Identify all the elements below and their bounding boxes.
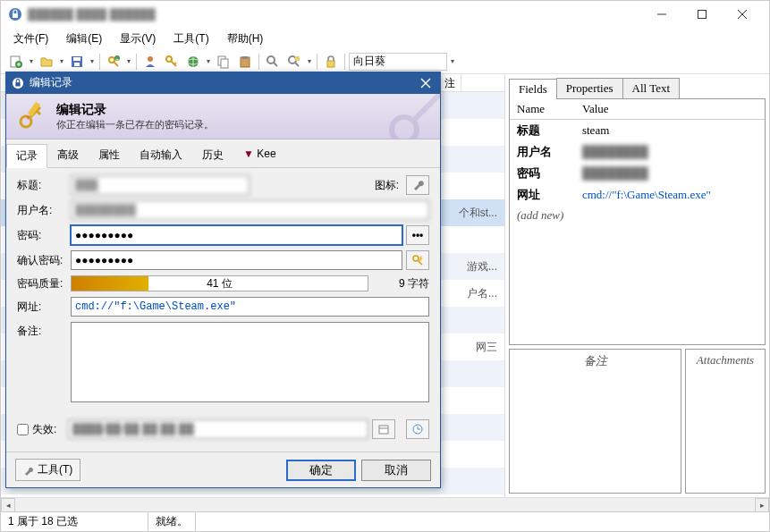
field-title-label[interactable]: 标题 — [510, 120, 575, 142]
show-password-button[interactable]: ••• — [406, 225, 429, 245]
tb-paste-icon[interactable] — [235, 52, 255, 72]
svg-line-40 — [37, 111, 40, 114]
tb-user-icon[interactable] — [140, 52, 160, 72]
dropdown-icon[interactable]: ▾ — [58, 52, 65, 72]
tab-record[interactable]: 记录 — [6, 144, 47, 168]
password-input[interactable] — [71, 225, 402, 245]
tab-kee[interactable]: ▼ Kee — [233, 143, 286, 167]
dots-icon: ••• — [412, 229, 424, 241]
cancel-button[interactable]: 取消 — [361, 460, 431, 481]
pencil-key-icon — [15, 100, 47, 132]
tab-fields[interactable]: Fields — [509, 79, 557, 99]
tb-key-add-icon[interactable]: + — [104, 52, 123, 72]
tb-globe-icon[interactable] — [183, 52, 203, 72]
dropdown-icon[interactable]: ▾ — [205, 52, 212, 72]
dropdown-icon[interactable]: ▾ — [89, 52, 96, 72]
tab-advanced[interactable]: 高级 — [47, 143, 89, 167]
field-url-label[interactable]: 网址 — [510, 184, 575, 206]
tb-new-icon[interactable] — [6, 52, 26, 72]
dropdown-icon[interactable]: ▾ — [28, 52, 35, 72]
expire-date-input[interactable] — [68, 419, 368, 439]
field-user-value[interactable]: ████████ — [575, 141, 765, 163]
status-selection: 1 属于 18 已选 — [1, 512, 148, 531]
clock-icon — [412, 424, 423, 435]
icon-picker-button[interactable] — [406, 175, 429, 195]
svg-rect-25 — [221, 59, 228, 68]
notes-panel[interactable]: 备注 — [509, 349, 681, 494]
label-expire[interactable]: 失效: — [32, 422, 68, 437]
title-input[interactable] — [71, 175, 250, 195]
tb-find-icon[interactable] — [263, 52, 283, 72]
svg-rect-12 — [74, 63, 80, 66]
svg-rect-11 — [73, 57, 80, 61]
svg-point-28 — [267, 56, 275, 63]
expire-checkbox[interactable] — [17, 424, 29, 435]
dialog-tabs: 记录 高级 属性 自动输入 历史 ▼ Kee — [6, 139, 440, 168]
notes-textarea[interactable] — [71, 322, 429, 402]
close-button[interactable] — [722, 2, 762, 27]
field-add-new[interactable]: (add new) — [510, 206, 765, 225]
toolbar-search-input[interactable] — [349, 53, 447, 71]
svg-point-43 — [392, 117, 417, 140]
tb-key-icon[interactable] — [162, 52, 182, 72]
svg-rect-35 — [15, 82, 20, 86]
expire-calendar-button[interactable] — [372, 419, 395, 439]
minimize-button[interactable] — [641, 2, 681, 27]
tb-save-icon[interactable] — [67, 52, 87, 72]
tb-open-icon[interactable] — [37, 52, 56, 72]
horizontal-scrollbar[interactable]: ◂ ▸ — [1, 497, 769, 511]
toolbar: ▾ ▾ ▾ + ▾ ▾ ▾ ▾ — [1, 49, 769, 74]
menu-tools[interactable]: 工具(T) — [168, 30, 214, 48]
tb-lock-icon[interactable] — [321, 52, 341, 72]
url-input[interactable] — [71, 297, 429, 317]
key-gen-icon — [411, 254, 424, 266]
label-password: 密码: — [17, 228, 71, 243]
app-lock-icon — [8, 7, 22, 21]
window-title: ██████ ████ ██████ — [28, 8, 641, 21]
status-ready: 就绪。 — [148, 512, 196, 531]
svg-line-14 — [114, 62, 118, 66]
dropdown-icon[interactable]: ▾ — [125, 52, 132, 72]
field-title-value[interactable]: steam — [575, 120, 765, 142]
maximize-button[interactable] — [681, 2, 722, 27]
tab-history[interactable]: 历史 — [192, 143, 233, 167]
quality-bits: 41 位 — [207, 276, 233, 291]
ok-button[interactable]: 确定 — [286, 460, 356, 481]
menu-view[interactable]: 显示(V) — [114, 30, 161, 48]
dialog-titlebar[interactable]: 编辑记录 — [6, 72, 440, 94]
tab-autotype[interactable]: 自动输入 — [130, 143, 192, 167]
column-notes[interactable]: 注 — [439, 74, 461, 91]
field-user-label[interactable]: 用户名 — [510, 141, 575, 163]
expire-presets-button[interactable] — [406, 419, 429, 439]
tb-copy-icon[interactable] — [214, 52, 233, 72]
tools-dropdown-button[interactable]: 工具(T) — [15, 459, 80, 481]
generate-password-button[interactable] — [406, 250, 429, 270]
attachments-panel[interactable]: Attachments — [685, 349, 766, 494]
confirm-password-input[interactable] — [71, 250, 402, 270]
username-input[interactable] — [71, 200, 429, 220]
dropdown-icon[interactable]: ▾ — [306, 52, 313, 72]
field-pass-label[interactable]: 密码 — [510, 163, 575, 184]
menu-help[interactable]: 帮助(H) — [222, 30, 269, 48]
tab-alltext[interactable]: All Text — [622, 78, 681, 98]
svg-line-44 — [413, 94, 440, 121]
dropdown-icon[interactable]: ▾ — [449, 52, 456, 72]
field-pass-value[interactable]: ████████ — [575, 163, 765, 184]
menu-file[interactable]: 文件(F) — [8, 30, 54, 48]
dialog-close-button[interactable] — [417, 74, 435, 92]
scroll-left-icon[interactable]: ◂ — [1, 498, 15, 512]
scroll-right-icon[interactable]: ▸ — [755, 498, 769, 512]
svg-rect-47 — [379, 426, 388, 434]
label-notes: 备注: — [17, 322, 71, 339]
kee-icon: ▼ — [243, 148, 254, 160]
details-pane: Fields Properties All Text NameValue 标题s… — [504, 74, 769, 497]
tab-properties[interactable]: 属性 — [89, 143, 130, 167]
label-quality: 密码质量: — [17, 276, 71, 291]
tab-properties[interactable]: Properties — [556, 78, 623, 98]
field-url-value[interactable]: cmd://"f:\Game\Steam.exe" — [575, 184, 765, 206]
menubar: 文件(F) 编辑(E) 显示(V) 工具(T) 帮助(H) — [1, 28, 769, 49]
dialog-footer: 工具(T) 确定 取消 — [6, 452, 440, 487]
tb-find-entry-icon[interactable] — [284, 52, 304, 72]
col-name: Name — [510, 99, 575, 120]
menu-edit[interactable]: 编辑(E) — [61, 30, 107, 48]
